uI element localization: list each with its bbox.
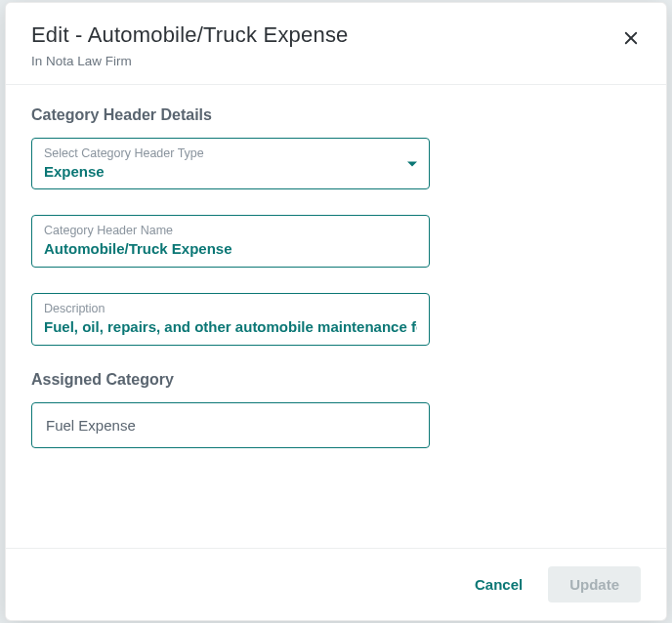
modal-subtitle: In Nota Law Firm xyxy=(31,54,641,68)
description-input[interactable] xyxy=(44,318,417,335)
chevron-down-icon xyxy=(407,161,417,166)
update-button[interactable]: Update xyxy=(548,566,641,602)
category-header-type-value: Expense xyxy=(44,163,417,180)
close-button[interactable] xyxy=(617,24,645,52)
modal-title: Edit - Automobile/Truck Expense xyxy=(31,22,641,48)
modal-header: Edit - Automobile/Truck Expense In Nota … xyxy=(6,3,666,85)
section-title-assigned: Assigned Category xyxy=(31,371,641,389)
description-label: Description xyxy=(44,302,417,316)
modal-footer: Cancel Update xyxy=(6,548,666,620)
category-header-type-label: Select Category Header Type xyxy=(44,146,417,161)
category-header-type-field[interactable]: Select Category Header Type Expense xyxy=(31,138,430,189)
section-title-header-details: Category Header Details xyxy=(31,106,641,124)
description-field[interactable]: Description xyxy=(31,293,430,346)
category-header-name-field[interactable]: Category Header Name xyxy=(31,215,430,268)
category-header-name-label: Category Header Name xyxy=(44,224,417,238)
assigned-category-section: Assigned Category xyxy=(31,371,641,448)
modal-body: Category Header Details Select Category … xyxy=(6,85,666,548)
cancel-button[interactable]: Cancel xyxy=(467,566,530,602)
close-icon xyxy=(622,29,640,47)
edit-category-modal: Edit - Automobile/Truck Expense In Nota … xyxy=(5,2,667,621)
assigned-category-input[interactable] xyxy=(31,402,430,448)
category-header-name-input[interactable] xyxy=(44,240,417,257)
